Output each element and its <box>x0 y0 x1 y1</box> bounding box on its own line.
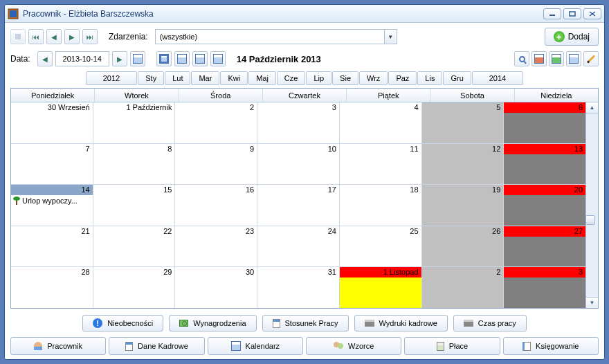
month-feb[interactable]: Lut <box>165 71 190 85</box>
day-cell[interactable]: 5 <box>422 102 505 143</box>
day-cell[interactable]: 27 <box>504 226 585 267</box>
day-cell[interactable]: 18 <box>340 185 422 226</box>
month-jun[interactable]: Cze <box>277 71 306 85</box>
header-sun: Niedziela <box>515 89 598 102</box>
tool-icon-2[interactable] <box>549 51 564 66</box>
day-cell[interactable]: 9 <box>175 144 257 185</box>
day-cell[interactable]: 8 <box>93 144 176 185</box>
document-icon <box>125 342 133 351</box>
tab-calendar[interactable]: Kalendarz <box>208 337 303 355</box>
day-cell[interactable]: 3 <box>504 267 585 308</box>
day-cell[interactable]: 13 <box>504 144 585 185</box>
close-button[interactable] <box>583 8 601 19</box>
day-cell[interactable]: 2 <box>175 102 257 143</box>
day-cell[interactable]: 12 <box>422 144 505 185</box>
month-jul[interactable]: Lip <box>306 71 331 85</box>
search-icon[interactable] <box>514 51 529 66</box>
day-cell[interactable]: 21 <box>11 226 93 267</box>
tool-icon-1[interactable] <box>531 51 547 66</box>
month-mar[interactable]: Mar <box>191 71 219 85</box>
action-row: !Nieobecności Wynagrodzenia Stosunek Pra… <box>10 313 599 334</box>
calendar-row: 14Urlop wypoczy...151617181920 <box>11 185 585 226</box>
calendar-event[interactable]: Urlop wypoczy... <box>11 195 93 206</box>
nav-last-button[interactable]: ⏭ <box>82 29 98 44</box>
day-number: 1 Październik <box>126 103 172 111</box>
maximize-button[interactable] <box>563 8 581 19</box>
month-aug[interactable]: Sie <box>332 71 358 85</box>
stop-icon[interactable] <box>10 29 26 44</box>
month-oct[interactable]: Paz <box>388 71 417 85</box>
day-cell[interactable]: 10 <box>257 144 340 185</box>
scroll-down-icon[interactable]: ▼ <box>586 297 598 308</box>
month-dec[interactable]: Gru <box>443 71 471 85</box>
next-year-button[interactable]: 2014 <box>472 71 523 85</box>
nav-next-button[interactable]: ▶ <box>64 29 80 44</box>
view-mode-1-icon[interactable] <box>156 51 172 66</box>
tab-patterns[interactable]: Wzorce <box>306 337 401 355</box>
date-prev-button[interactable]: ◀ <box>37 51 53 66</box>
date-next-button[interactable]: ▶ <box>112 51 127 66</box>
events-combo[interactable]: (wszystkie) ▼ <box>155 29 397 44</box>
calendar-picker-icon[interactable] <box>130 51 145 66</box>
day-cell[interactable]: 30 <box>175 267 257 308</box>
pencil-icon[interactable] <box>583 51 599 66</box>
day-cell[interactable]: 20 <box>504 185 585 226</box>
day-cell[interactable]: 28 <box>11 267 93 308</box>
nav-prev-button[interactable]: ◀ <box>46 29 62 44</box>
day-cell[interactable]: 19 <box>422 185 505 226</box>
date-input[interactable] <box>55 51 109 66</box>
day-cell[interactable]: 11 <box>340 144 422 185</box>
month-nov[interactable]: Lis <box>417 71 442 85</box>
day-number: 3 <box>332 103 336 111</box>
day-cell[interactable]: 15 <box>93 185 176 226</box>
day-cell[interactable]: 26 <box>422 226 505 267</box>
day-cell[interactable]: 3 <box>257 102 340 143</box>
tab-accounting[interactable]: Księgowanie <box>503 337 599 355</box>
prev-year-button[interactable]: 2012 <box>86 71 137 85</box>
day-cell[interactable]: 4 <box>340 102 422 143</box>
calendar-scrollbar[interactable]: ▲ ▼ <box>585 102 598 308</box>
day-cell[interactable]: 1 Październik <box>93 102 176 143</box>
day-cell[interactable]: 30 Wrzesień <box>11 102 93 143</box>
month-sep[interactable]: Wrz <box>359 71 388 85</box>
view-mode-2-icon[interactable] <box>174 51 190 66</box>
chevron-down-icon[interactable]: ▼ <box>384 30 397 44</box>
day-cell[interactable]: 16 <box>175 185 257 226</box>
day-cell[interactable]: 17 <box>257 185 340 226</box>
day-cell[interactable]: 1 Listopad <box>340 267 422 308</box>
scroll-up-icon[interactable]: ▲ <box>586 102 598 113</box>
day-cell[interactable]: 22 <box>93 226 176 267</box>
month-apr[interactable]: Kwi <box>220 71 248 85</box>
tab-employee[interactable]: Pracownik <box>10 337 106 355</box>
scroll-thumb[interactable] <box>585 215 595 225</box>
header-thu: Czwartek <box>263 89 347 102</box>
view-mode-4-icon[interactable] <box>210 51 226 66</box>
day-number: 22 <box>163 227 172 235</box>
day-cell[interactable]: 24 <box>257 226 340 267</box>
day-number: 28 <box>81 268 89 276</box>
hrprint-button[interactable]: Wydruki kadrowe <box>354 315 448 331</box>
tool-icon-3[interactable] <box>566 51 581 66</box>
nav-first-button[interactable]: ⏮ <box>28 29 44 44</box>
tab-wages[interactable]: Płace <box>404 337 500 355</box>
day-cell[interactable]: 2 <box>422 267 505 308</box>
absence-button[interactable]: !Nieobecności <box>82 315 163 331</box>
view-mode-3-icon[interactable] <box>192 51 208 66</box>
month-may[interactable]: Maj <box>248 71 276 85</box>
day-cell[interactable]: 25 <box>340 226 422 267</box>
day-cell[interactable]: 6 <box>504 102 585 143</box>
day-cell[interactable]: 7 <box>11 144 93 185</box>
month-jan[interactable]: Sty <box>138 71 164 85</box>
tab-hrdata[interactable]: Dane Kadrowe <box>109 337 204 355</box>
employment-button[interactable]: Stosunek Pracy <box>262 315 349 331</box>
worktime-button[interactable]: Czas pracy <box>453 315 527 331</box>
day-cell[interactable]: 29 <box>93 267 176 308</box>
salary-button[interactable]: Wynagrodzenia <box>169 315 256 331</box>
day-cell[interactable]: 14Urlop wypoczy... <box>11 185 93 226</box>
day-number: 18 <box>410 185 418 194</box>
svg-rect-6 <box>15 34 21 39</box>
minimize-button[interactable] <box>543 8 561 19</box>
day-cell[interactable]: 31 <box>257 267 340 308</box>
day-cell[interactable]: 23 <box>175 226 257 267</box>
add-button[interactable]: + Dodaj <box>545 28 599 46</box>
